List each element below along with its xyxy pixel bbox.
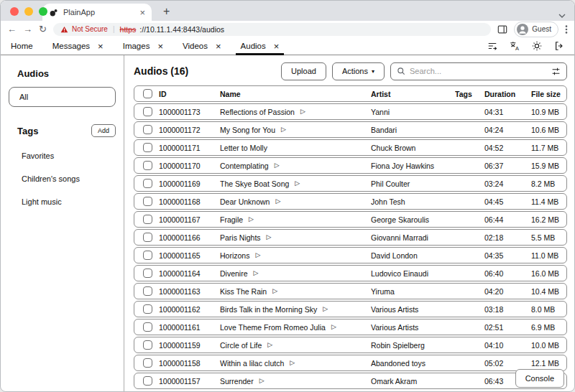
sidebar-item-favorites[interactable]: Favorites <box>9 144 116 167</box>
play-icon[interactable]: ▷ <box>254 270 259 276</box>
play-icon[interactable]: ▷ <box>259 378 264 384</box>
browser-menu-icon[interactable] <box>565 24 568 34</box>
row-checkbox[interactable] <box>143 304 152 314</box>
table-row[interactable]: 1000001166 Paris Nights ▷ Giovanni Marra… <box>134 229 567 246</box>
column-header-file-size[interactable]: File size <box>531 90 566 98</box>
table-row[interactable]: 1000001161 Love Theme From Romeo Julia ▷… <box>134 319 567 335</box>
forward-icon[interactable]: → <box>23 24 32 34</box>
nav-tab-videos[interactable]: Videos × <box>183 37 221 55</box>
nav-tab-messages[interactable]: Messages × <box>52 37 104 55</box>
row-duration: 06:40 <box>484 269 531 278</box>
row-checkbox[interactable] <box>143 179 152 188</box>
row-checkbox[interactable] <box>143 358 152 368</box>
row-file-size: 8.0 MB <box>531 305 566 314</box>
nav-tab-audios[interactable]: Audios × <box>241 37 280 55</box>
upload-button[interactable]: Upload <box>281 62 326 80</box>
play-icon[interactable]: ▷ <box>295 180 300 187</box>
not-secure-label[interactable]: Not Secure <box>72 25 108 33</box>
close-window-icon[interactable] <box>10 7 19 16</box>
row-checkbox[interactable] <box>143 197 152 206</box>
play-icon[interactable]: ▷ <box>275 198 280 205</box>
row-checkbox[interactable] <box>143 161 152 170</box>
close-icon[interactable]: × <box>157 42 163 51</box>
row-checkbox[interactable] <box>143 340 152 350</box>
play-icon[interactable]: ▷ <box>281 126 286 133</box>
sidebar-item-light-music[interactable]: Light music <box>9 190 116 213</box>
column-header-name[interactable]: Name <box>220 90 371 98</box>
light-mode-icon[interactable] <box>532 41 542 51</box>
search-input[interactable]: Search... <box>390 62 567 80</box>
zoom-window-icon[interactable] <box>39 7 47 16</box>
table-row[interactable]: 1000001168 Dear Unknown ▷ John Tesh 04:4… <box>134 193 567 210</box>
play-icon[interactable]: ▷ <box>300 108 305 115</box>
close-icon[interactable]: × <box>274 42 280 51</box>
logout-icon[interactable] <box>554 41 564 51</box>
select-all-checkbox[interactable] <box>143 89 152 98</box>
play-icon[interactable]: ▷ <box>272 288 277 294</box>
row-checkbox[interactable] <box>143 269 152 278</box>
play-icon[interactable]: ▷ <box>323 306 328 312</box>
play-icon[interactable]: ▷ <box>249 216 254 223</box>
row-checkbox[interactable] <box>143 233 152 242</box>
sidebar-item-childrens-songs[interactable]: Children's songs <box>9 167 116 190</box>
play-icon[interactable]: ▷ <box>255 252 260 258</box>
row-artist: Abandoned toys <box>371 359 455 368</box>
table-row[interactable]: 1000001162 Birds Talk in the Morning Sky… <box>134 301 567 317</box>
translate-icon[interactable]: A <box>510 41 520 51</box>
nav-tab-images[interactable]: Images × <box>123 37 163 55</box>
row-checkbox[interactable] <box>143 215 152 224</box>
row-checkbox[interactable] <box>143 251 152 260</box>
close-icon[interactable]: × <box>216 42 221 51</box>
table-row[interactable]: 1000001171 Letter to Molly Chuck Brown 0… <box>134 139 567 156</box>
url-text: ://10.11.1.44:8443/audios <box>139 25 224 34</box>
play-icon[interactable]: ▷ <box>267 234 272 241</box>
row-name-cell: Horizons ▷ <box>220 251 371 260</box>
close-icon[interactable]: × <box>98 42 104 51</box>
row-checkbox[interactable] <box>143 143 152 152</box>
table-row[interactable]: 1000001163 Kiss The Rain ▷ Yiruma 04:20 … <box>134 283 567 299</box>
row-checkbox[interactable] <box>143 286 152 296</box>
nav-tab-home[interactable]: Home <box>11 37 33 55</box>
sidebar-item-all[interactable]: All <box>9 87 116 107</box>
table-row[interactable]: 1000001167 Fragile ▷ George Skaroulis 06… <box>134 211 567 228</box>
new-tab-button[interactable]: + <box>163 5 170 18</box>
row-duration: 04:20 <box>484 287 531 296</box>
row-checkbox[interactable] <box>143 322 152 332</box>
column-header-duration[interactable]: Duration <box>484 90 531 98</box>
table-row[interactable]: 1000001164 Divenire ▷ Ludovico Einaudi 0… <box>134 265 567 281</box>
row-checkbox[interactable] <box>143 376 152 386</box>
minimize-window-icon[interactable] <box>24 7 33 16</box>
add-tag-button[interactable]: Add <box>91 124 116 137</box>
column-header-tags[interactable]: Tags <box>455 90 484 98</box>
play-icon[interactable]: ▷ <box>331 324 336 330</box>
table-row[interactable]: 1000001157 Surrender ▷ Omark Akram 06:43 <box>134 373 567 389</box>
row-checkbox[interactable] <box>143 125 152 134</box>
row-checkbox[interactable] <box>143 107 152 116</box>
browser-tab[interactable]: PlainApp × <box>42 4 152 21</box>
address-bar[interactable]: Not Secure | https://10.11.1.44:8443/aud… <box>53 23 491 36</box>
profile-chip[interactable]: Guest <box>514 22 558 37</box>
row-duration: 04:35 <box>484 251 531 260</box>
tab-search-chevron-icon[interactable] <box>558 8 566 21</box>
play-icon[interactable]: ▷ <box>290 360 295 366</box>
play-icon[interactable]: ▷ <box>275 162 280 169</box>
table-row[interactable]: 1000001165 Horizons ▷ David London 04:35… <box>134 247 567 263</box>
table-row[interactable]: 1000001169 The Skye Boat Song ▷ Phil Cou… <box>134 175 567 192</box>
tab-close-icon[interactable]: × <box>139 8 145 17</box>
column-header-id[interactable]: ID <box>159 90 220 98</box>
table-row[interactable]: 1000001172 My Song for You ▷ Bandari 04:… <box>134 121 567 138</box>
back-icon[interactable]: ← <box>7 24 17 34</box>
column-header-artist[interactable]: Artist <box>371 90 455 98</box>
reload-icon[interactable]: ↻ <box>39 24 47 34</box>
console-button[interactable]: Console <box>515 369 564 388</box>
table-row[interactable]: 1000001158 Within a lilac clutch ▷ Aband… <box>134 355 567 371</box>
actions-button[interactable]: Actions ▾ <box>332 62 385 80</box>
row-artist: George Skaroulis <box>371 215 455 224</box>
play-icon[interactable]: ▷ <box>267 342 272 348</box>
filter-tune-icon[interactable] <box>551 67 561 76</box>
tasks-icon[interactable] <box>487 41 497 51</box>
table-row[interactable]: 1000001173 Reflections of Passion ▷ Yann… <box>134 103 567 120</box>
table-row[interactable]: 1000001159 Circle of Life ▷ Robin Spielb… <box>134 337 567 353</box>
table-row[interactable]: 1000001170 Contemplating ▷ Fiona Joy Haw… <box>134 157 567 174</box>
side-panel-icon[interactable] <box>497 24 507 34</box>
